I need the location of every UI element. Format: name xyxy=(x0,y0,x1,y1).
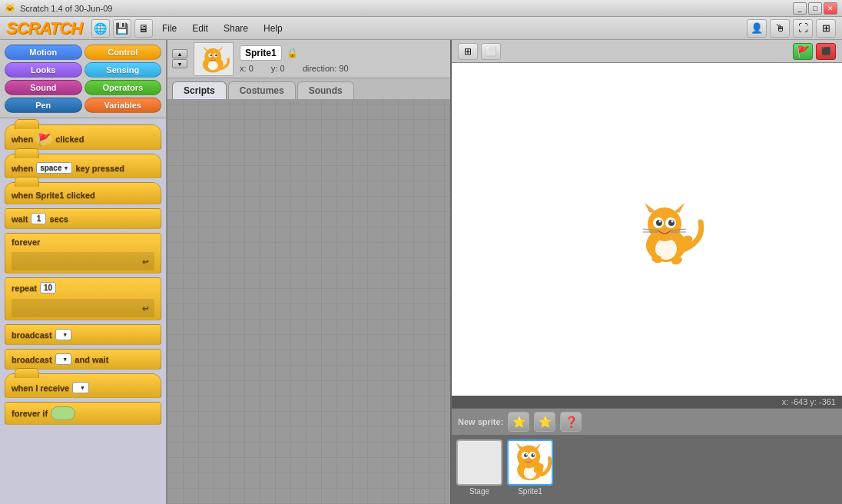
svg-point-8 xyxy=(212,57,214,59)
svg-marker-35 xyxy=(534,443,541,449)
category-pen[interactable]: Pen xyxy=(5,98,82,113)
category-operators[interactable]: Operators xyxy=(85,80,162,95)
coords-display: x: -643 y: -361 xyxy=(452,396,842,408)
sprite1-thumb-svg xyxy=(509,441,552,484)
svg-point-41 xyxy=(533,454,535,456)
sprite-list: Stage xyxy=(452,435,842,504)
svg-point-24 xyxy=(671,220,674,222)
fullscreen-icon-button[interactable]: ⛶ xyxy=(793,19,813,38)
save-icon-button[interactable]: 💾 xyxy=(113,19,131,38)
stage-toolbar: ⊞ ⬜ 🚩 ⬛ xyxy=(452,40,842,63)
menu-help[interactable]: Help xyxy=(257,21,289,36)
titlebar-title: Scratch 1.4 of 30-Jun-09 xyxy=(20,4,112,13)
category-control[interactable]: Control xyxy=(85,45,162,60)
sprite1-thumbnail[interactable] xyxy=(507,439,553,486)
menubar-right: 👤 🖱 ⛶ ⊞ xyxy=(747,19,836,38)
new-sprite-bar: New sprite: ⭐ ⭐ ❓ xyxy=(452,408,842,435)
sprite-name[interactable]: Sprite1 xyxy=(240,45,282,61)
menu-share[interactable]: Share xyxy=(217,21,254,36)
tabs: Scripts Costumes Sounds xyxy=(167,78,450,99)
block-forever-if[interactable]: forever if xyxy=(5,402,161,425)
stage-display[interactable] xyxy=(452,63,842,396)
sprite-coords: x: 0 y: 0 direction: 90 xyxy=(240,64,446,73)
scripts-area[interactable] xyxy=(167,99,450,504)
sprite-name-row: Sprite1 🔒 xyxy=(240,45,446,61)
stage-thumbnail[interactable] xyxy=(456,439,502,486)
titlebar: 🐱 Scratch 1.4 of 30-Jun-09 _ □ ✕ xyxy=(0,0,842,17)
svg-marker-2 xyxy=(203,46,209,51)
grid-icon-button[interactable]: ⊞ xyxy=(816,19,836,38)
category-motion[interactable]: Motion xyxy=(5,45,82,60)
sprite1-thumb-container: Sprite1 xyxy=(507,439,553,496)
new-sprite-label: New sprite: xyxy=(458,417,503,426)
minimize-button[interactable]: _ xyxy=(793,2,807,15)
svg-point-6 xyxy=(210,54,212,56)
menu-file[interactable]: File xyxy=(156,21,183,36)
category-sensing[interactable]: Sensing xyxy=(85,62,162,78)
block-broadcast[interactable]: broadcast xyxy=(5,324,161,345)
svg-point-39 xyxy=(531,453,535,457)
menu-edit[interactable]: Edit xyxy=(186,21,214,36)
block-when-key-pressed[interactable]: when space key pressed xyxy=(5,154,161,178)
svg-point-40 xyxy=(525,454,527,456)
stage-toolbar-right: 🚩 ⬛ xyxy=(793,43,836,60)
wait-input[interactable]: 1 xyxy=(31,213,46,224)
share-icon-button[interactable]: 🖥 xyxy=(134,19,153,38)
stage-label: Stage xyxy=(469,487,489,496)
category-variables[interactable]: Variables xyxy=(85,98,162,113)
receive-dropdown[interactable] xyxy=(72,382,89,393)
left-panel: Motion Control Looks Sensing Sound Opera… xyxy=(0,40,167,504)
sprite-header: ▲ ▼ xyxy=(167,40,450,78)
maximize-button[interactable]: □ xyxy=(808,2,822,15)
stop-button[interactable]: ⬛ xyxy=(816,43,836,60)
forever-slot: ↩ xyxy=(12,252,154,270)
stage-bottom: x: -643 y: -361 New sprite: ⭐ ⭐ ❓ Stage xyxy=(452,396,842,504)
stage-thumb-container: Stage xyxy=(456,439,502,496)
svg-point-42 xyxy=(527,459,530,461)
titlebar-left: 🐱 Scratch 1.4 of 30-Jun-09 xyxy=(5,3,112,13)
category-sound[interactable]: Sound xyxy=(5,80,82,95)
new-sprite-import-button[interactable]: ❓ xyxy=(560,412,582,432)
block-broadcast-wait[interactable]: broadcast and wait xyxy=(5,349,161,370)
menubar: SCRATCH 🌐 💾 🖥 File Edit Share Help 👤 🖱 ⛶… xyxy=(0,17,842,40)
sprite-x: 0 xyxy=(249,64,254,73)
sprite-thumb-svg xyxy=(194,43,233,75)
sprite-nav-up[interactable]: ▲ xyxy=(172,49,187,58)
block-wait[interactable]: wait 1 secs xyxy=(5,208,161,229)
stage-view-btn2[interactable]: ⬜ xyxy=(481,43,501,60)
svg-point-9 xyxy=(208,61,218,70)
globe-icon-button[interactable]: 🌐 xyxy=(91,19,110,38)
sprite-nav-down[interactable]: ▼ xyxy=(172,59,187,68)
svg-point-38 xyxy=(524,453,528,457)
sprite-info: Sprite1 🔒 x: 0 y: 0 direction: 90 xyxy=(240,45,446,73)
block-when-sprite-clicked[interactable]: when Sprite1 clicked xyxy=(5,182,161,204)
block-when-receive[interactable]: when I receive xyxy=(5,373,161,398)
svg-point-7 xyxy=(215,54,217,56)
broadcast-wait-dropdown[interactable] xyxy=(55,353,72,365)
block-repeat[interactable]: repeat 10 ↩ xyxy=(5,277,161,320)
user-icon-button[interactable]: 👤 xyxy=(747,19,767,38)
new-sprite-paint-button[interactable]: ⭐ xyxy=(508,412,529,432)
block-when-flag-clicked[interactable]: when 🚩 clicked xyxy=(5,124,161,150)
close-button[interactable]: ✕ xyxy=(824,2,837,15)
sprite-direction: 90 xyxy=(339,64,348,73)
repeat-input[interactable]: 10 xyxy=(40,282,56,293)
new-sprite-random-button[interactable]: ⭐ xyxy=(534,412,555,432)
tab-scripts[interactable]: Scripts xyxy=(172,81,227,99)
categories: Motion Control Looks Sensing Sound Opera… xyxy=(0,40,166,118)
category-looks[interactable]: Looks xyxy=(5,62,82,78)
bool-slot xyxy=(51,406,75,420)
middle-panel: ▲ ▼ xyxy=(167,40,452,504)
right-panel: ⊞ ⬜ 🚩 ⬛ xyxy=(452,40,842,504)
cursor-icon-button[interactable]: 🖱 xyxy=(770,19,790,38)
sprite-thumbnail xyxy=(194,42,234,76)
block-forever[interactable]: forever ↩ xyxy=(5,233,161,274)
tab-sounds[interactable]: Sounds xyxy=(297,81,354,99)
stage-view-btn[interactable]: ⊞ xyxy=(458,43,478,60)
green-flag-button[interactable]: 🚩 xyxy=(793,43,813,60)
key-dropdown[interactable]: space xyxy=(36,162,72,174)
flag-icon: 🚩 xyxy=(36,133,52,145)
tab-costumes[interactable]: Costumes xyxy=(228,81,296,99)
scratch-logo: SCRATCH xyxy=(6,18,82,38)
broadcast-dropdown[interactable] xyxy=(55,329,72,340)
